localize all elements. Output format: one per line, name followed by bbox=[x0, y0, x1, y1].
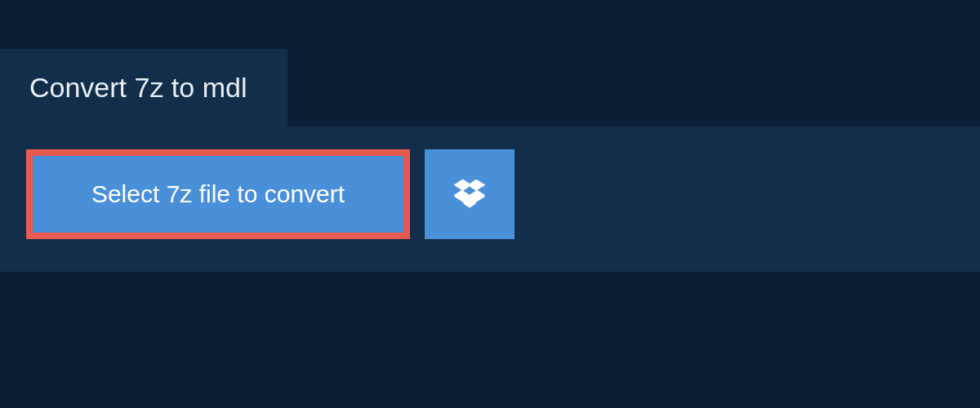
dropbox-button[interactable] bbox=[425, 149, 514, 239]
tab-bar: Convert 7z to mdl bbox=[0, 0, 980, 126]
select-file-button[interactable]: Select 7z file to convert bbox=[26, 149, 410, 239]
tab-title: Convert 7z to mdl bbox=[29, 72, 247, 103]
button-row: Select 7z file to convert bbox=[26, 149, 954, 239]
select-file-label: Select 7z file to convert bbox=[91, 180, 345, 208]
tab-convert[interactable]: Convert 7z to mdl bbox=[0, 49, 287, 126]
convert-panel: Select 7z file to convert bbox=[0, 126, 980, 272]
dropbox-icon bbox=[452, 177, 487, 211]
